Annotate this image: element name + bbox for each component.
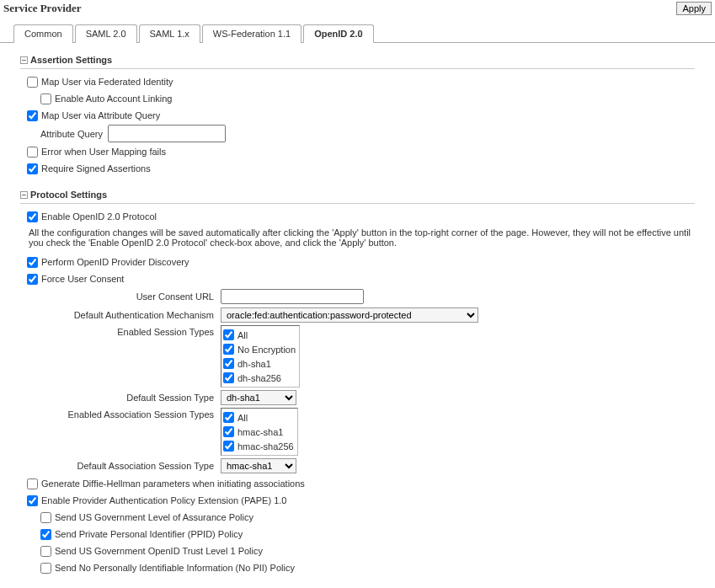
session-all-checkbox[interactable] [223,329,234,340]
attr-query-input[interactable] [108,125,226,142]
page-title: Service Provider [3,2,82,15]
force-consent-checkbox[interactable] [27,274,38,285]
require-signed-label: Require Signed Assertions [41,163,151,174]
send-nopii-label: Send No Personally Identifiable Informat… [55,563,295,573]
default-assoc-type-select[interactable]: hmac-sha1 [221,458,296,473]
error-mapping-checkbox[interactable] [27,147,38,158]
send-trust1-label: Send US Government OpenID Trust Level 1 … [55,546,263,556]
session-dhsha256-checkbox[interactable] [223,372,234,383]
session-noenc-checkbox[interactable] [223,344,234,355]
session-dhsha1-label: dh-sha1 [237,359,271,369]
tab-openid20[interactable]: OpenID 2.0 [303,24,373,43]
enable-openid-label: Enable OpenID 2.0 Protocol [41,211,157,222]
send-nopii-checkbox[interactable] [40,563,51,574]
protocol-section-header: − Protocol Settings [20,186,695,204]
assoc-all-checkbox[interactable] [223,412,234,423]
tab-saml1x[interactable]: SAML 1.x [139,24,200,43]
protocol-info-text: All the configuration changes will be sa… [29,227,695,248]
enabled-assoc-types-label: Enabled Association Session Types [27,408,221,420]
assoc-all-label: All [237,413,248,423]
force-consent-label: Force User Consent [41,274,124,284]
protocol-section-title: Protocol Settings [30,190,107,200]
send-ppid-label: Send Private Personal Identifier (PPID) … [55,529,243,539]
map-attr-query-label: Map User via Attribute Query [41,110,160,120]
assoc-types-list: All hmac-sha1 hmac-sha256 [221,408,298,456]
send-loa-checkbox[interactable] [40,512,51,523]
enable-openid-checkbox[interactable] [27,211,38,222]
apply-button[interactable]: Apply [676,2,712,15]
assoc-hmacsha256-label: hmac-sha256 [237,441,294,452]
session-noenc-label: No Encryption [237,345,296,355]
require-signed-checkbox[interactable] [27,163,38,174]
assoc-hmacsha1-label: hmac-sha1 [237,427,283,437]
enabled-session-types-label: Enabled Session Types [27,325,221,337]
enable-auto-link-label: Enable Auto Account Linking [55,94,172,104]
generate-dh-checkbox[interactable] [27,478,38,489]
map-federated-label: Map User via Federated Identity [41,77,173,87]
tab-saml20[interactable]: SAML 2.0 [75,24,137,43]
enable-pape-label: Enable Provider Authentication Policy Ex… [41,495,286,505]
send-trust1-checkbox[interactable] [40,546,51,557]
session-dhsha256-label: dh-sha256 [237,373,281,383]
enable-pape-checkbox[interactable] [27,495,38,506]
tab-bar: Common SAML 2.0 SAML 1.x WS-Federation 1… [0,24,715,43]
assertion-section-header: − Assertion Settings [20,51,695,69]
perform-discovery-checkbox[interactable] [27,257,38,268]
send-ppid-checkbox[interactable] [40,529,51,540]
collapse-icon[interactable]: − [20,56,28,64]
perform-discovery-label: Perform OpenID Provider Discovery [41,257,189,267]
session-all-label: All [237,330,248,340]
session-dhsha1-checkbox[interactable] [223,358,234,369]
default-assoc-type-label: Default Association Session Type [27,461,221,471]
error-mapping-label: Error when User Mapping fails [41,147,166,157]
assoc-hmacsha1-checkbox[interactable] [223,426,234,437]
map-federated-checkbox[interactable] [27,77,38,88]
user-consent-url-label: User Consent URL [27,291,221,302]
session-types-list: All No Encryption dh-sha1 dh-sha256 [221,325,300,388]
generate-dh-label: Generate Diffie-Hellman parameters when … [41,478,305,489]
tab-wsfed[interactable]: WS-Federation 1.1 [202,24,301,43]
default-session-type-label: Default Session Type [27,393,221,403]
enable-auto-link-checkbox[interactable] [40,94,51,104]
assoc-hmacsha256-checkbox[interactable] [223,441,234,452]
assertion-section-title: Assertion Settings [30,55,112,65]
attr-query-field-label: Attribute Query [40,129,103,139]
user-consent-url-input[interactable] [221,289,364,304]
default-session-type-select[interactable]: dh-sha1 [221,390,296,405]
default-auth-mech-label: Default Authentication Mechanism [27,310,221,320]
tab-common[interactable]: Common [13,24,73,43]
collapse-icon[interactable]: − [20,191,28,199]
send-loa-label: Send US Government Level of Assurance Po… [55,512,253,522]
map-attr-query-checkbox[interactable] [27,110,38,121]
default-auth-mech-select[interactable]: oracle:fed:authentication:password-prote… [221,307,478,323]
